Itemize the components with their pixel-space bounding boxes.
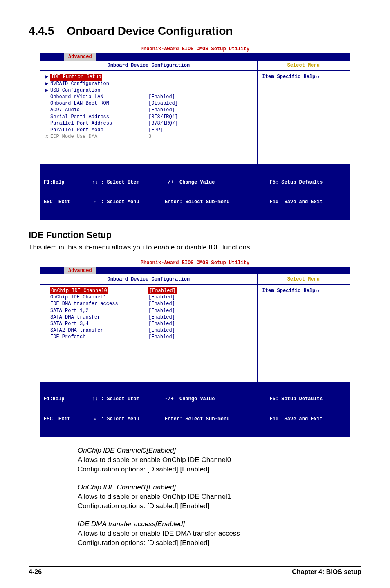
setting-value: [Enabled] [148, 107, 214, 113]
section-heading: 4.4.5 Onboard Device Configuration [29, 25, 361, 38]
row-marker-icon: ▶ [45, 87, 50, 94]
setting-desc-line: Allows to disable or enable OnChip IDE C… [78, 456, 361, 465]
bios-caption: Phoenix-Award BIOS CMOS Setup Utility [40, 259, 350, 267]
esc-exit-hint: ESC: Exit [44, 199, 92, 205]
setting-label: IDE DMA transfer access [50, 301, 148, 307]
bios-tab-advanced[interactable]: Advanced [64, 53, 96, 61]
row-marker-icon [45, 327, 50, 334]
row-marker-icon: ▶ [45, 74, 50, 80]
bios-setting-row[interactable]: AC97 Audio[Enabled] [45, 107, 252, 113]
bios-select-menu-label: Select Menu [257, 274, 350, 284]
bios-setting-row[interactable]: Onboard nVidia LAN[Enabled] [45, 94, 252, 100]
select-item-hint: ↑↓ : Select Item [92, 179, 165, 186]
change-value-hint: -/+: Change Value [165, 396, 270, 402]
setting-label: SATA Port 1,2 [50, 307, 148, 314]
setting-block: OnChip IDE Channel1[Enabled] Allows to d… [78, 483, 361, 511]
setting-value: [EPP] [148, 127, 214, 133]
f5-defaults-hint: F5: Setup Defaults [270, 179, 346, 186]
page-footer: 4-26 Chapter 4: BIOS setup [0, 566, 390, 576]
setting-value: [Enabled] [148, 327, 214, 334]
setting-value: [Disabled] [148, 100, 214, 107]
select-item-hint: ↑↓ : Select Item [92, 396, 165, 402]
bios-tab-advanced[interactable]: Advanced [64, 267, 96, 274]
row-marker-icon: x [45, 133, 50, 140]
setting-label: IDE Prefetch [50, 334, 148, 340]
setting-value: [Enabled] [148, 294, 214, 301]
bios-setting-row[interactable]: SATA2 DMA transfer[Enabled] [45, 327, 252, 334]
setting-block: IDE DMA transfer access[Enabled] Allows … [78, 520, 361, 548]
setting-block: OnChip IDE Channel0[Enabled] Allows to d… [78, 447, 361, 474]
bios-setting-row[interactable]: Onboard LAN Boot ROM[Disabled] [45, 100, 252, 107]
setting-value: 3 [148, 133, 214, 140]
select-menu-hint: →← : Select Menu [92, 416, 165, 422]
bios-setting-row[interactable]: Parallel Port Address[378/IRQ7] [45, 120, 252, 127]
bios-footer: F1:Help ESC: Exit ↑↓ : Select Item →← : … [40, 164, 350, 220]
enter-submenu-hint: Enter: Select Sub-menu [165, 199, 270, 205]
bios-panel-title: Onboard Device Configuration [40, 274, 257, 284]
bios-setting-row[interactable]: SATA Port 1,2[Enabled] [45, 307, 252, 314]
bios-setting-row[interactable]: SATA DMA transfer[Enabled] [45, 314, 252, 321]
bios-setting-row[interactable]: SATA Port 3,4[Enabled] [45, 321, 252, 327]
setting-options-line: Configuration options: [Disabled] [Enabl… [78, 465, 361, 474]
bios-screenshot-1: Phoenix-Award BIOS CMOS Setup Utility Ad… [40, 45, 350, 220]
bios-settings-list: ▶IDE Funtion Setup▶NVRAID Configuration▶… [40, 71, 257, 164]
setting-value: [378/IRQ7] [148, 120, 214, 127]
f1-help-hint: F1:Help [44, 396, 92, 402]
setting-value: [Enabled] [148, 314, 214, 321]
row-marker-icon [45, 321, 50, 327]
setting-desc-line: Allows to disable or enable IDE DMA tran… [78, 529, 361, 539]
row-marker-icon [45, 107, 50, 113]
chapter-title: Chapter 4: BIOS setup [292, 568, 361, 576]
bios-panel-title: Onboard Device Configuration [40, 61, 257, 70]
bios-select-menu-label: Select Menu [257, 61, 350, 70]
subsection-description: This item in this sub-menu allows you to… [29, 243, 361, 252]
bios-setting-row[interactable]: OnChip IDE Channel0[Enabled] [45, 287, 252, 294]
subsection-heading: IDE Function Setup [29, 230, 361, 240]
setting-value [148, 87, 214, 94]
footer-divider [29, 566, 361, 567]
bios-setting-row[interactable]: Parallel Port Mode[EPP] [45, 127, 252, 133]
page-number: 4-26 [29, 568, 42, 576]
setting-name: IDE DMA transfer access[Enabled] [78, 520, 361, 528]
bios-screenshot-2: Phoenix-Award BIOS CMOS Setup Utility Ad… [40, 259, 350, 437]
setting-label: NVRAID Configuration [50, 81, 148, 87]
bios-setting-row[interactable]: ▶NVRAID Configuration [45, 81, 252, 87]
setting-value [148, 74, 214, 80]
item-specific-help-label: Item Specific Help [262, 288, 316, 294]
bios-setting-row[interactable]: OnChip IDE Channel1[Enabled] [45, 294, 252, 301]
bios-setting-row[interactable]: Serial Port1 Address[3F8/IRQ4] [45, 114, 252, 120]
bios-setting-row[interactable]: ▶IDE Funtion Setup [45, 74, 252, 80]
bios-menubar: Advanced [40, 267, 350, 274]
bios-setting-row[interactable]: ▶USB Configuration [45, 87, 252, 94]
bios-setting-row[interactable]: IDE Prefetch[Enabled] [45, 334, 252, 340]
enter-submenu-hint: Enter: Select Sub-menu [165, 416, 270, 422]
setting-options-line: Configuration options: [Disabled] [Enabl… [78, 502, 361, 511]
select-menu-hint: →← : Select Menu [92, 199, 165, 205]
row-marker-icon [45, 120, 50, 127]
setting-label: OnChip IDE Channel1 [50, 294, 148, 301]
row-marker-icon [45, 307, 50, 314]
esc-exit-hint: ESC: Exit [44, 416, 92, 422]
bios-setting-row[interactable]: xECP Mode Use DMA3 [45, 133, 252, 140]
setting-value: [Enabled] [148, 307, 214, 314]
setting-name: OnChip IDE Channel1[Enabled] [78, 483, 361, 491]
row-marker-icon [45, 94, 50, 100]
setting-label: Parallel Port Address [50, 120, 148, 127]
bios-setting-row[interactable]: IDE DMA transfer access[Enabled] [45, 301, 252, 307]
setting-label: SATA2 DMA transfer [50, 327, 148, 334]
setting-label: SATA DMA transfer [50, 314, 148, 321]
row-marker-icon [45, 100, 50, 107]
setting-value [148, 81, 214, 87]
setting-desc-line: Allows to disable or enable OnChip IDE C… [78, 492, 361, 502]
f10-save-exit-hint: F10: Save and Exit [270, 416, 346, 422]
section-number: 4.4.5 [29, 25, 54, 37]
setting-label: IDE Funtion Setup [50, 74, 148, 80]
f5-defaults-hint: F5: Setup Defaults [270, 396, 346, 402]
row-marker-icon [45, 127, 50, 133]
setting-name: OnChip IDE Channel0[Enabled] [78, 447, 361, 455]
setting-label: USB Configuration [50, 87, 148, 94]
chevron-right-icon [315, 288, 320, 294]
change-value-hint: -/+: Change Value [165, 179, 270, 186]
bios-menubar: Advanced [40, 53, 350, 61]
bios-help-panel: Item Specific Help [257, 285, 350, 382]
